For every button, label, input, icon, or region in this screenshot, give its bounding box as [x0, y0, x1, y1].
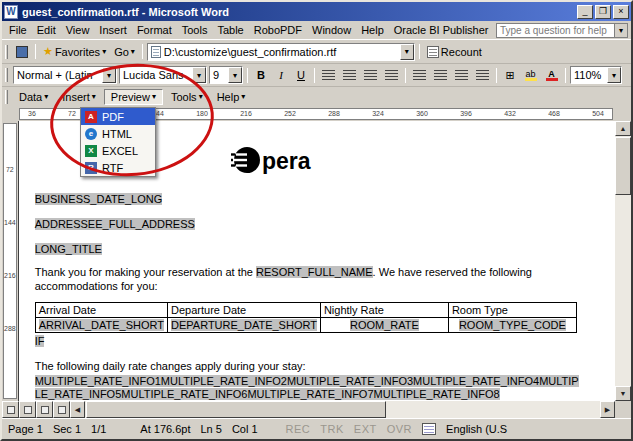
- preview-menu-item-excel[interactable]: X EXCEL: [81, 142, 155, 159]
- toolbar-drag-handle[interactable]: [5, 90, 8, 104]
- menu-oracle-bi-publisher[interactable]: Oracle BI Publisher: [389, 22, 494, 38]
- vertical-scroll-thumb[interactable]: [615, 137, 631, 195]
- close-button[interactable]: ×: [613, 5, 629, 19]
- highlight-button[interactable]: ab: [521, 66, 540, 84]
- departure-date-field[interactable]: DEPARTURE_DATE_SHORT: [171, 319, 317, 331]
- font-combobox[interactable]: Lucida Sans ▾: [119, 66, 207, 84]
- numbering-button[interactable]: [410, 66, 429, 84]
- room-rate-field[interactable]: ROOM_RATE: [350, 319, 419, 331]
- normal-view-button[interactable]: [2, 401, 19, 418]
- header-nightly-rate: Nightly Rate: [320, 303, 448, 318]
- font-value: Lucida Sans: [123, 69, 184, 81]
- bullets-button[interactable]: [431, 66, 450, 84]
- menu-window[interactable]: Window: [307, 22, 356, 38]
- thank-you-paragraph: Thank you for making your reservation at…: [35, 265, 580, 293]
- addressee-field[interactable]: ADDRESSEE_FULL_ADDRESS: [35, 218, 195, 230]
- bi-menu-data[interactable]: Data ▾: [13, 89, 54, 105]
- cell-arrival-date[interactable]: ARRIVAL_DATE_SHORT: [35, 318, 167, 333]
- reservation-table: Arrival Date Departure Date Nightly Rate…: [35, 302, 577, 333]
- scroll-right-button[interactable]: ▶: [600, 401, 615, 418]
- toolbar-drag-handle[interactable]: [5, 68, 8, 82]
- menu-format[interactable]: Format: [132, 22, 177, 38]
- menu-help[interactable]: Help: [356, 22, 389, 38]
- borders-button[interactable]: ⊞: [501, 66, 519, 84]
- status-flag-trk[interactable]: TRK: [320, 423, 344, 435]
- align-right-button[interactable]: [361, 66, 380, 84]
- long-title-field[interactable]: LONG_TITLE: [35, 243, 102, 255]
- bi-menu-insert[interactable]: Insert ▾: [56, 89, 102, 105]
- business-date-field[interactable]: BUSINESS_DATE_LONG: [35, 193, 163, 205]
- dropdown-arrow-icon[interactable]: ▾: [192, 67, 206, 83]
- word-window: W guest_confirmation.rtf - Microsoft Wor…: [0, 0, 633, 441]
- menu-file[interactable]: File: [4, 22, 32, 38]
- room-type-field[interactable]: ROOM_TYPE_CODE: [459, 319, 566, 331]
- web-toolbar: ★ Favorites ▾ Go ▾ D:\customize\guest_co…: [2, 40, 631, 64]
- bi-menu-tools[interactable]: Tools ▾: [165, 89, 209, 105]
- web-toolbar-button[interactable]: [13, 43, 31, 61]
- title-bar: W guest_confirmation.rtf - Microsoft Wor…: [2, 2, 631, 21]
- scroll-up-button[interactable]: ▲: [615, 121, 631, 136]
- scroll-left-button[interactable]: ◀: [70, 401, 85, 418]
- font-color-button[interactable]: A: [542, 66, 561, 84]
- print-layout-view-button[interactable]: [36, 401, 53, 418]
- bi-menu-preview[interactable]: Preview ▾: [104, 89, 163, 105]
- outline-view-button[interactable]: [53, 401, 70, 418]
- vertical-scrollbar[interactable]: ▲ ▼: [615, 121, 631, 401]
- if-tag-field[interactable]: IF: [35, 335, 45, 347]
- maximize-button[interactable]: ❐: [595, 5, 611, 19]
- menu-insert[interactable]: Insert: [94, 22, 132, 38]
- favorites-button[interactable]: ★ Favorites ▾: [40, 43, 109, 61]
- bi-menu-help[interactable]: Help ▾: [211, 89, 252, 105]
- justify-button[interactable]: [382, 66, 401, 84]
- increase-indent-button[interactable]: [473, 66, 492, 84]
- align-center-button[interactable]: [340, 66, 359, 84]
- arrival-date-field[interactable]: ARRIVAL_DATE_SHORT: [39, 319, 164, 331]
- toolbar-separator: [314, 68, 315, 83]
- dropdown-arrow-icon[interactable]: ▾: [102, 67, 116, 83]
- menu-table[interactable]: Table: [212, 22, 248, 38]
- preview-menu-item-pdf[interactable]: A PDF: [81, 108, 155, 125]
- italic-button[interactable]: I: [272, 66, 290, 84]
- status-flag-ovr[interactable]: OVR: [387, 423, 412, 435]
- horizontal-scroll-thumb[interactable]: [86, 401, 386, 418]
- resort-name-field[interactable]: RESORT_FULL_NAME: [256, 266, 373, 278]
- toolbar-drag-handle[interactable]: [5, 45, 8, 59]
- font-size-combobox[interactable]: 9 ▾: [209, 66, 243, 84]
- menu-edit[interactable]: Edit: [32, 22, 61, 38]
- preview-menu-item-rtf[interactable]: R RTF: [81, 159, 155, 176]
- status-flag-ext[interactable]: EXT: [354, 423, 377, 435]
- zoom-combobox[interactable]: 110% ▾: [570, 66, 622, 84]
- web-layout-view-button[interactable]: [19, 401, 36, 418]
- scroll-down-button[interactable]: ▼: [615, 386, 631, 401]
- address-combobox[interactable]: D:\customize\guest_confirmation.rtf ▾: [147, 43, 415, 61]
- menu-tools[interactable]: Tools: [177, 22, 213, 38]
- toolbar-separator: [35, 44, 36, 59]
- dropdown-arrow-icon[interactable]: ▾: [607, 67, 621, 83]
- bold-button[interactable]: B: [252, 66, 270, 84]
- go-button[interactable]: Go ▾: [111, 43, 138, 61]
- minimize-button[interactable]: _: [577, 5, 593, 19]
- preview-menu-item-html[interactable]: e HTML: [81, 125, 155, 142]
- cell-departure-date[interactable]: DEPARTURE_DATE_SHORT: [168, 318, 321, 333]
- help-question-input[interactable]: Type a question for help ▾: [496, 23, 628, 38]
- cell-room-type[interactable]: ROOM_TYPE_CODE: [448, 318, 576, 333]
- decrease-indent-button[interactable]: [452, 66, 471, 84]
- cell-room-rate[interactable]: ROOM_RATE: [320, 318, 448, 333]
- align-left-button[interactable]: [319, 66, 338, 84]
- underline-button[interactable]: U: [292, 66, 310, 84]
- multiple-rate-info-fields[interactable]: MULTIPLE_RATE_INFO1MULTIPLE_RATE_INFO2MU…: [35, 375, 579, 400]
- vertical-scroll-track[interactable]: [615, 196, 631, 386]
- ruler-label: 288: [328, 110, 340, 117]
- dropdown-arrow-icon[interactable]: ▾: [228, 67, 242, 83]
- menu-robopdf[interactable]: RoboPDF: [249, 22, 307, 38]
- horizontal-scroll-track[interactable]: [387, 401, 600, 418]
- menu-view[interactable]: View: [61, 22, 95, 38]
- style-combobox[interactable]: Normal + (Latin ▾: [13, 66, 117, 84]
- status-flag-rec[interactable]: REC: [286, 423, 311, 435]
- dropdown-arrow-icon[interactable]: ▾: [614, 24, 627, 37]
- recount-button[interactable]: Recount: [424, 43, 485, 61]
- horizontal-scrollbar[interactable]: ◀ ▶: [2, 401, 631, 418]
- dropdown-arrow-icon[interactable]: ▾: [400, 44, 414, 60]
- vertical-ruler[interactable]: 72 144 216 288: [2, 121, 18, 401]
- spellcheck-book-icon[interactable]: [422, 423, 436, 435]
